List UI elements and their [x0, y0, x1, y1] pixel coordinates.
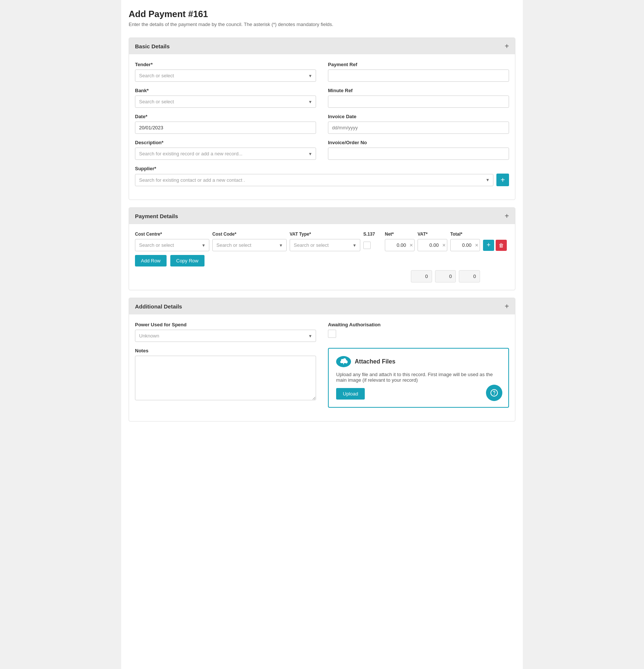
additional-details-toggle[interactable]: +	[505, 303, 509, 310]
tender-label: Tender*	[135, 62, 316, 67]
net-input-wrap: ✕	[385, 239, 415, 251]
attached-files-header: Attached Files	[336, 356, 501, 367]
payment-table-header: Cost Centre* Cost Code* VAT Type* S.137 …	[135, 232, 509, 237]
payment-details-header: Payment Details +	[129, 208, 515, 224]
additional-details-section: Additional Details + Power Used for Spen…	[129, 298, 515, 421]
additional-row: Power Used for Spend Unknown ▼ Awaiting …	[135, 322, 509, 342]
basic-details-toggle[interactable]: +	[505, 42, 509, 50]
vat-col-header: VAT*	[418, 232, 447, 237]
notes-files-row: Notes Attached Files Upload any file	[135, 348, 509, 408]
total-total-box: 0	[459, 270, 480, 282]
cost-centre-select[interactable]: Search or select	[135, 239, 209, 251]
help-icon[interactable]	[486, 385, 502, 401]
supplier-label: Supplier*	[135, 166, 509, 171]
description-group: Description* Search for existing record …	[135, 140, 316, 160]
cost-code-col-header: Cost Code*	[212, 232, 287, 237]
awaiting-auth-label: Awaiting Authorisation	[328, 322, 509, 327]
page-title: Add Payment #161	[129, 9, 515, 19]
payment-details-section: Payment Details + Cost Centre* Cost Code…	[129, 207, 515, 290]
invoice-date-label: Invoice Date	[328, 114, 509, 119]
minute-ref-group: Minute Ref	[328, 88, 509, 108]
notes-group: Notes	[135, 348, 316, 408]
add-row-button[interactable]: Add Row	[135, 255, 167, 266]
tender-select[interactable]: Search or select	[135, 70, 316, 82]
cloud-upload-icon	[336, 356, 351, 367]
power-used-select-wrapper: Unknown ▼	[135, 330, 316, 342]
power-used-group: Power Used for Spend Unknown ▼	[135, 322, 316, 342]
invoice-date-input[interactable]	[328, 122, 509, 134]
description-label: Description*	[135, 140, 316, 145]
supplier-row: Search for existing contact or add a new…	[135, 174, 509, 186]
payment-table-row: Search or select ▼ Search or select ▼ Se…	[135, 239, 509, 251]
s137-checkbox[interactable]	[363, 242, 371, 249]
invoice-order-label: Invoice/Order No	[328, 140, 509, 145]
row-actions: Add Row Copy Row	[135, 255, 509, 266]
add-row-inline-button[interactable]: +	[483, 240, 494, 251]
supplier-select[interactable]: Search for existing contact or add a new…	[135, 174, 493, 186]
invoice-order-input[interactable]	[328, 148, 509, 160]
payment-details-title: Payment Details	[135, 213, 178, 219]
total-input-wrap: ✕	[450, 239, 480, 251]
net-total-box: 0	[411, 270, 432, 282]
upload-button[interactable]: Upload	[336, 388, 365, 400]
basic-details-title: Basic Details	[135, 43, 170, 49]
payment-details-body: Cost Centre* Cost Code* VAT Type* S.137 …	[129, 224, 515, 290]
copy-row-button[interactable]: Copy Row	[170, 255, 205, 266]
bank-select-wrapper: Search or select ▼	[135, 96, 316, 108]
additional-details-body: Power Used for Spend Unknown ▼ Awaiting …	[129, 314, 515, 421]
vat-total-box: 0	[435, 270, 456, 282]
add-supplier-button[interactable]: +	[496, 174, 509, 186]
svg-point-2	[494, 394, 495, 395]
page-subtitle: Enter the details of the payment made by…	[129, 22, 515, 27]
vat-type-col-header: VAT Type*	[290, 232, 360, 237]
date-group: Date*	[135, 114, 316, 134]
net-col-header: Net*	[385, 232, 415, 237]
row-action-buttons: + 🗑	[483, 240, 509, 251]
basic-details-body: Tender* Search or select ▼ Payment Ref	[129, 54, 515, 200]
attached-files-panel: Attached Files Upload any file and attac…	[328, 348, 509, 408]
awaiting-auth-checkbox[interactable]	[328, 330, 336, 338]
basic-details-section: Basic Details + Tender* Search or select…	[129, 38, 515, 200]
cost-code-select[interactable]: Search or select	[212, 239, 287, 251]
attached-files-title: Attached Files	[355, 358, 395, 365]
awaiting-auth-group: Awaiting Authorisation	[328, 322, 509, 342]
total-clear-button[interactable]: ✕	[475, 243, 479, 248]
date-label: Date*	[135, 114, 316, 119]
vat-clear-button[interactable]: ✕	[442, 243, 446, 248]
invoice-date-group: Invoice Date	[328, 114, 509, 134]
notes-textarea[interactable]	[135, 356, 316, 400]
notes-label: Notes	[135, 348, 316, 353]
tender-group: Tender* Search or select ▼	[135, 62, 316, 82]
s137-col-header: S.137	[363, 232, 382, 237]
tender-select-wrapper: Search or select ▼	[135, 70, 316, 82]
payment-ref-label: Payment Ref	[328, 62, 509, 67]
description-select-wrapper: Search for existing record or add a new …	[135, 148, 316, 160]
total-col-header: Total*	[450, 232, 480, 237]
bank-label: Bank*	[135, 88, 316, 93]
cost-code-select-wrapper: Search or select ▼	[212, 239, 287, 251]
cost-centre-col-header: Cost Centre*	[135, 232, 209, 237]
minute-ref-input[interactable]	[328, 96, 509, 108]
power-used-label: Power Used for Spend	[135, 322, 316, 327]
description-select[interactable]: Search for existing record or add a new …	[135, 148, 316, 160]
basic-details-header: Basic Details +	[129, 38, 515, 54]
net-clear-button[interactable]: ✕	[409, 243, 413, 248]
cost-centre-select-wrapper: Search or select ▼	[135, 239, 209, 251]
bank-group: Bank* Search or select ▼	[135, 88, 316, 108]
additional-details-title: Additional Details	[135, 303, 182, 310]
vat-input-wrap: ✕	[418, 239, 447, 251]
supplier-group: Supplier* Search for existing contact or…	[135, 166, 509, 186]
power-used-select[interactable]: Unknown	[135, 330, 316, 342]
payment-ref-input[interactable]	[328, 70, 509, 82]
payment-details-toggle[interactable]: +	[505, 212, 509, 220]
supplier-select-wrapper: Search for existing contact or add a new…	[135, 174, 493, 186]
additional-details-header: Additional Details +	[129, 298, 515, 314]
bank-select[interactable]: Search or select	[135, 96, 316, 108]
payment-ref-group: Payment Ref	[328, 62, 509, 82]
delete-row-button[interactable]: 🗑	[496, 240, 507, 251]
vat-type-select[interactable]: Search or select	[290, 239, 360, 251]
minute-ref-label: Minute Ref	[328, 88, 509, 93]
date-input[interactable]	[135, 122, 316, 134]
vat-type-select-wrapper: Search or select ▼	[290, 239, 360, 251]
attached-files-description: Upload any file and attach it to this re…	[336, 372, 501, 383]
